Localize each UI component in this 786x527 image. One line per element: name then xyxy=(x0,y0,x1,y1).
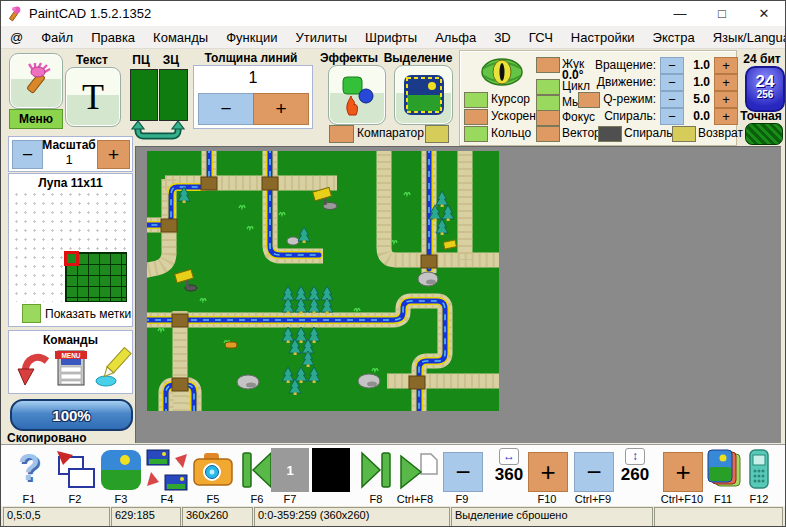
color-depth-button[interactable]: 24 256 xyxy=(745,66,785,112)
cursor-swatch[interactable] xyxy=(464,92,488,108)
movement-plus-button[interactable]: + xyxy=(714,74,738,91)
show-marks-checkbox[interactable] xyxy=(22,304,41,323)
scale-minus-button[interactable]: − xyxy=(12,140,43,169)
key-label-f1: F1 xyxy=(7,493,51,505)
menu-item-functions[interactable]: Функции xyxy=(217,30,286,45)
thickness-minus-button[interactable]: − xyxy=(198,93,254,125)
color-depth-256: 256 xyxy=(747,90,783,100)
comparator-swatch-right[interactable] xyxy=(425,125,449,143)
rotation-plus-button[interactable]: + xyxy=(714,57,738,74)
menu-item-rng[interactable]: ГСЧ xyxy=(520,30,562,45)
menu-item-edit[interactable]: Правка xyxy=(82,30,144,45)
precision-button[interactable] xyxy=(745,123,783,145)
key-label-f11: F11 xyxy=(704,493,742,505)
rotation-label: Вращение: xyxy=(556,58,656,72)
frame-preview-black[interactable] xyxy=(312,448,350,492)
selection-label: Выделение xyxy=(381,51,455,65)
canvas-height-value: 260 xyxy=(614,465,656,485)
menu-item-settings[interactable]: Настройки xyxy=(562,30,644,45)
menu-item-commands[interactable]: Команды xyxy=(144,30,217,45)
menu-item-language[interactable]: Язык/Language xyxy=(704,30,786,45)
swap-colors-icon[interactable] xyxy=(130,121,186,140)
menu-item-file[interactable]: Файл xyxy=(32,30,82,45)
width-minus-button[interactable]: − xyxy=(443,452,483,492)
fg-color-swatch[interactable] xyxy=(130,69,158,121)
acceleration-swatch[interactable] xyxy=(464,109,488,125)
rotation-minus-button[interactable]: − xyxy=(660,57,684,74)
qmode-label: Q-режим: xyxy=(600,92,656,106)
loupe-label: Лупа 11x11 xyxy=(9,176,132,190)
main-menu-button[interactable] xyxy=(9,53,63,109)
key-label-f10: F10 xyxy=(528,493,566,505)
menu-item-3d[interactable]: 3D xyxy=(485,30,520,45)
menu-item-alpha[interactable]: Альфа xyxy=(426,30,485,45)
workspace xyxy=(135,146,781,443)
play-to-page-icon[interactable] xyxy=(395,448,439,492)
return-label: Возврат xyxy=(698,126,743,140)
menu-item-at[interactable]: @ xyxy=(1,30,32,45)
width-arrow-icon: ↔ xyxy=(499,448,519,465)
frame-number-button[interactable]: 1 xyxy=(271,448,309,492)
key-label-f9: F9 xyxy=(443,493,481,505)
loupe-preview[interactable] xyxy=(12,190,127,302)
height-minus-button[interactable]: − xyxy=(574,452,614,492)
bottom-toolbar: ? F1 F2 F3 F4 F5 xyxy=(1,444,785,507)
swap-images-icon[interactable] xyxy=(145,448,189,492)
eye-icon[interactable] xyxy=(480,55,524,90)
svg-text:MENU: MENU xyxy=(61,352,80,359)
status-mouse-pos: 629:185 xyxy=(111,507,181,527)
key-label-f7: F7 xyxy=(271,493,309,505)
movement-minus-button[interactable]: − xyxy=(660,74,684,91)
key-label-f2: F2 xyxy=(53,493,97,505)
menu-item-fonts[interactable]: Шрифты xyxy=(356,30,426,45)
vector-swatch[interactable] xyxy=(536,126,560,142)
qmode-minus-button[interactable]: − xyxy=(660,91,684,108)
command-list-icon[interactable]: MENU xyxy=(55,345,87,389)
precision-label: Точная xyxy=(735,109,786,123)
window-restore-icon[interactable] xyxy=(53,449,97,491)
image-icon[interactable] xyxy=(99,448,143,492)
zoom-percent-button[interactable]: 100% xyxy=(10,399,133,431)
spiral-minus-button[interactable]: − xyxy=(660,108,684,125)
bg-color-label: ЗЦ xyxy=(157,53,185,67)
spiral2-swatch[interactable] xyxy=(598,126,622,142)
line-thickness-box: 1 − + xyxy=(193,65,313,129)
qmode-plus-button[interactable]: + xyxy=(714,91,738,108)
phone-icon[interactable] xyxy=(745,448,773,492)
height-plus-button[interactable]: + xyxy=(663,452,703,492)
camera-icon[interactable] xyxy=(190,449,236,491)
bg-color-swatch[interactable] xyxy=(159,69,188,121)
movement-label: Движение: xyxy=(556,75,656,89)
scale-plus-button[interactable]: + xyxy=(97,140,130,169)
effects-icon xyxy=(336,73,378,117)
key-label-f12: F12 xyxy=(743,493,775,505)
menu-button-label[interactable]: Меню xyxy=(9,109,63,129)
menu-item-extra[interactable]: Экстра xyxy=(644,30,704,45)
comparator-swatch-left[interactable] xyxy=(329,125,354,143)
loupe-cursor xyxy=(64,251,79,266)
maximize-button[interactable]: □ xyxy=(701,1,743,26)
key-label-f3: F3 xyxy=(99,493,143,505)
text-tool-button[interactable]: T xyxy=(65,67,121,127)
selection-button[interactable] xyxy=(394,65,453,125)
close-button[interactable]: ✕ xyxy=(743,1,785,26)
marker-pen-icon[interactable] xyxy=(95,347,133,387)
layers-icon[interactable] xyxy=(706,448,742,492)
status-bar: 0,5:0,5 629:185 360x260 0:0-359:259 (360… xyxy=(1,506,785,526)
qmode-swatch[interactable] xyxy=(578,92,600,108)
copied-status-text: Скопировано xyxy=(7,431,87,445)
menu-item-utilities[interactable]: Утилиты xyxy=(286,30,356,45)
ring-swatch[interactable] xyxy=(464,126,488,142)
skip-forward-icon[interactable] xyxy=(354,448,398,492)
width-plus-button[interactable]: + xyxy=(528,452,568,492)
minimize-button[interactable]: — xyxy=(659,1,701,26)
thickness-plus-button[interactable]: + xyxy=(253,93,309,125)
undo-icon[interactable] xyxy=(17,349,51,387)
menu-bar: @ Файл Правка Команды Функции Утилиты Шр… xyxy=(1,26,785,49)
effects-button[interactable] xyxy=(328,65,386,125)
help-icon[interactable]: ? xyxy=(7,447,51,491)
drawing-canvas[interactable] xyxy=(147,151,499,411)
commands-box: Команды MENU xyxy=(8,330,133,394)
bug-panel: Курсор Ускорение Кольцо Жук 0.0° Цикл Мы… xyxy=(459,50,737,146)
return-swatch[interactable] xyxy=(672,126,696,142)
